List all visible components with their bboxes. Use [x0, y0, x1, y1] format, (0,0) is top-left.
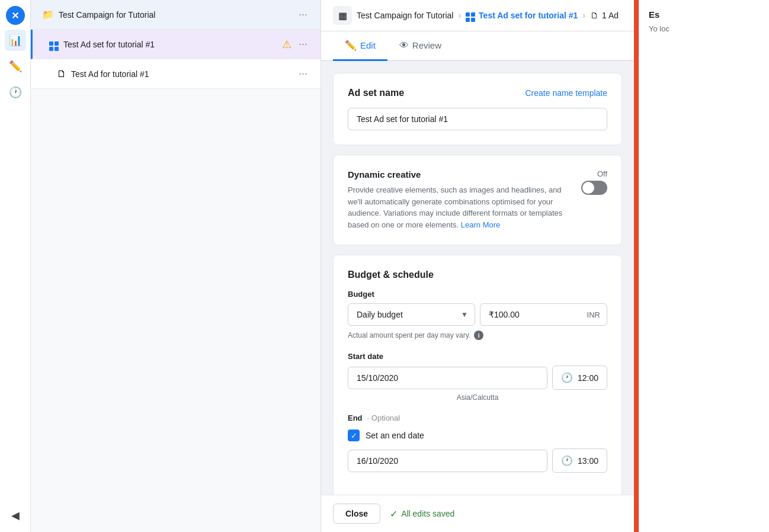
checkbox-checked-icon: ✓ — [348, 430, 360, 441]
budget-type-select[interactable]: Daily budget Lifetime budget — [348, 303, 475, 326]
end-clock-icon: 🕐 — [561, 455, 573, 466]
close-button[interactable]: Close — [333, 504, 380, 524]
clock-icon: 🕐 — [561, 372, 573, 383]
toggle-group: Off — [581, 169, 607, 195]
budget-amount-input[interactable] — [480, 303, 607, 326]
ad-label: Test Ad for tutorial #1 — [71, 69, 295, 79]
end-date-time-row: 🕐 13:00 — [348, 448, 607, 473]
adset-name-title: Ad set name — [348, 88, 404, 98]
review-tab-icon: 👁 — [399, 40, 409, 51]
sidebar-icon-clock[interactable]: 🕐 — [5, 82, 26, 103]
warning-icon: ⚠ — [282, 38, 291, 51]
saved-label: All edits saved — [401, 509, 454, 518]
tabs-bar: ✏️ Edit 👁 Review — [321, 31, 634, 61]
end-title: End — [348, 414, 363, 422]
breadcrumb-adset-icon — [466, 9, 475, 22]
saved-status: ✓ All edits saved — [390, 508, 454, 520]
budget-schedule-card: Budget & schedule Budget Daily budget Li… — [333, 255, 622, 495]
right-panel-title: Es — [649, 9, 760, 20]
start-time-value: 12:00 — [578, 373, 598, 383]
adset-more-button[interactable]: ··· — [295, 37, 311, 52]
end-time-input[interactable]: 🕐 13:00 — [552, 448, 607, 473]
dynamic-creative-card: Dynamic creative Provide creative elemen… — [333, 155, 622, 245]
adset-name-input[interactable] — [348, 108, 607, 130]
start-date-input[interactable] — [348, 367, 547, 389]
end-optional: · Optional — [367, 414, 400, 422]
right-panel-accent — [634, 0, 639, 532]
adset-icon — [49, 37, 59, 51]
toggle-label: Off — [597, 169, 607, 178]
adset-name-card-header: Ad set name Create name template — [348, 88, 607, 98]
bottom-bar: Close ✓ All edits saved — [321, 495, 634, 532]
campaign-tree-panel: 📁 Test Campaign for Tutorial ··· Test Ad… — [31, 0, 321, 532]
tab-edit[interactable]: ✏️ Edit — [333, 31, 387, 61]
adset-tree-item[interactable]: Test Ad set for tutorial #1 ⚠ ··· — [31, 30, 321, 59]
breadcrumb-ad-icon: 🗋 — [590, 11, 598, 20]
end-label-row: End · Optional — [348, 414, 607, 422]
start-time-input[interactable]: 🕐 12:00 — [552, 366, 607, 390]
end-time-value: 13:00 — [578, 456, 598, 466]
budget-row: Daily budget Lifetime budget ▼ INR — [348, 303, 607, 326]
end-date-input[interactable] — [348, 450, 547, 472]
ad-tree-item[interactable]: 🗋 Test Ad for tutorial #1 ··· — [31, 59, 321, 89]
info-icon: i — [474, 331, 483, 340]
campaign-more-button[interactable]: ··· — [295, 7, 311, 22]
left-sidebar: ✕ 📊 ✏️ 🕐 ◀ — [0, 0, 31, 532]
set-end-date-checkbox-row[interactable]: ✓ Set an end date — [348, 430, 607, 441]
dynamic-creative-desc: Provide creative elements, such as image… — [348, 184, 572, 230]
sidebar-icon-collapse[interactable]: ◀ — [5, 505, 26, 526]
breadcrumb-campaign[interactable]: Test Campaign for Tutorial — [357, 11, 453, 20]
edit-tab-icon: ✏️ — [345, 40, 357, 51]
learn-more-link[interactable]: Learn More — [461, 220, 500, 229]
toggle-knob — [582, 182, 594, 194]
ad-doc-icon: 🗋 — [57, 69, 66, 79]
tab-review[interactable]: 👁 Review — [387, 31, 453, 61]
campaign-tree-item[interactable]: 📁 Test Campaign for Tutorial ··· — [31, 0, 321, 30]
budget-amount-wrapper: INR — [480, 303, 607, 326]
campaign-folder-icon: 📁 — [42, 9, 54, 20]
content-scroll: Ad set name Create name template Dynamic… — [321, 61, 634, 495]
adset-name-card: Ad set name Create name template — [333, 73, 622, 145]
budget-select-wrapper: Daily budget Lifetime budget ▼ — [348, 303, 475, 326]
timezone-label: Asia/Calcutta — [348, 393, 607, 402]
sidebar-icon-edit[interactable]: ✏️ — [5, 56, 26, 77]
budget-label: Budget — [348, 290, 607, 299]
budget-hint: Actual amount spent per day may vary. i — [348, 331, 607, 340]
breadcrumb-ad[interactable]: 🗋 1 Ad — [590, 11, 619, 20]
create-template-link[interactable]: Create name template — [525, 88, 607, 98]
dynamic-creative-toggle[interactable] — [581, 181, 607, 195]
close-sidebar-button[interactable]: ✕ — [6, 6, 25, 25]
budget-field-section: Budget Daily budget Lifetime budget ▼ IN… — [348, 290, 607, 340]
app-icon: ▦ — [333, 6, 352, 25]
breadcrumb-adset[interactable]: Test Ad set for tutorial #1 — [466, 9, 578, 22]
dynamic-creative-title: Dynamic creative — [348, 169, 572, 180]
right-panel-body: Yo loc — [649, 24, 760, 33]
start-date-time-row: 🕐 12:00 — [348, 366, 607, 390]
end-date-section: End · Optional ✓ Set an end date 🕐 13:00 — [348, 414, 607, 473]
adset-label: Test Ad set for tutorial #1 — [63, 40, 282, 49]
topbar: ▦ Test Campaign for Tutorial › Test Ad s… — [321, 0, 634, 31]
right-panel: Es Yo loc — [639, 0, 769, 532]
sidebar-icon-chart[interactable]: 📊 — [5, 30, 26, 51]
budget-schedule-title: Budget & schedule — [348, 270, 607, 280]
breadcrumb-sep-1: › — [458, 11, 461, 20]
start-date-label: Start date — [348, 352, 607, 361]
dynamic-creative-text: Dynamic creative Provide creative elemen… — [348, 169, 572, 230]
campaign-label: Test Campaign for Tutorial — [59, 10, 295, 20]
set-end-date-label: Set an end date — [366, 431, 424, 440]
breadcrumb-sep-2: › — [582, 11, 585, 20]
main-area: ▦ Test Campaign for Tutorial › Test Ad s… — [321, 0, 634, 532]
dynamic-creative-row: Dynamic creative Provide creative elemen… — [348, 169, 607, 230]
saved-check-icon: ✓ — [390, 508, 398, 520]
start-date-section: Start date 🕐 12:00 Asia/Calcutta — [348, 352, 607, 402]
ad-more-button[interactable]: ··· — [295, 66, 311, 81]
